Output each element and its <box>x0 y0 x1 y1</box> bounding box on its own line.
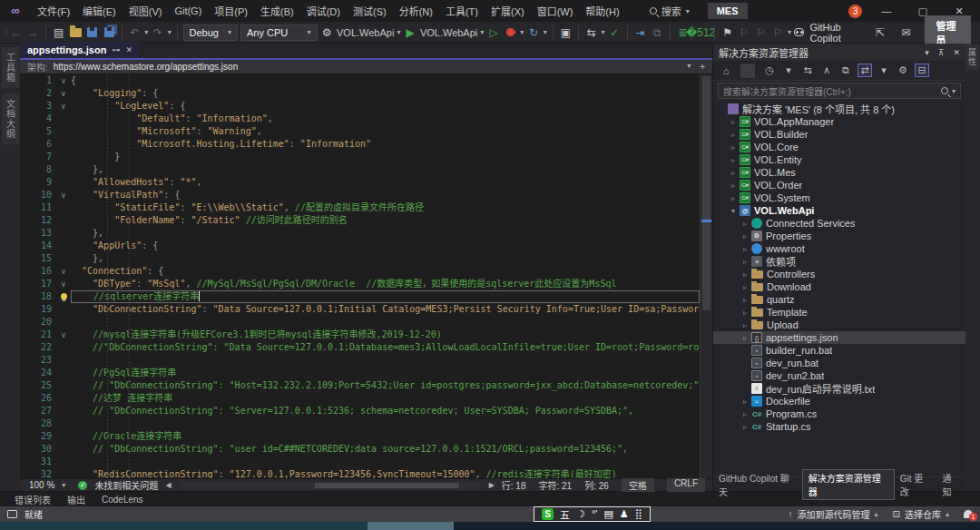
fold-chevron-icon[interactable]: ∨ <box>56 278 71 290</box>
solution-search-input[interactable]: 搜索解决方案资源管理器(Ctrl+;) ▾ <box>718 83 961 99</box>
panel-tab[interactable]: 错误列表 <box>7 492 58 507</box>
tree-item[interactable]: ▹Template <box>713 306 965 319</box>
tree-item[interactable]: ≡dev_run启动异常说明.txt <box>713 382 965 395</box>
expander-collapsed-icon[interactable]: ▹ <box>729 169 738 177</box>
tree-item[interactable]: ▹C#VOL.Entity <box>713 153 965 166</box>
panel-tab[interactable]: GitHub Copilot 聊天 <box>713 470 802 499</box>
tree-item[interactable]: ▹quartz <box>713 293 965 306</box>
run-script2-icon[interactable]: �512 <box>692 25 709 41</box>
refresh-icon[interactable]: ↻ <box>526 25 540 41</box>
code-line[interactable]: 9"AllowedHosts": "*", <box>20 176 700 189</box>
ime-tool-icon[interactable]: ☽ <box>576 508 585 520</box>
code-line[interactable]: 16∨"Connection": { <box>20 265 700 278</box>
code-line[interactable]: 4"Default": "Information", <box>20 113 700 125</box>
find-in-files-icon[interactable]: ▣ <box>559 25 573 41</box>
tree-item[interactable]: ▹⚙Properties <box>713 230 965 242</box>
pin-icon[interactable]: ⊶ <box>112 45 120 54</box>
sync-with-active-document-icon[interactable]: ⇄ <box>858 64 872 77</box>
solution-platform-dropdown[interactable]: Any CPU▾ <box>240 25 318 41</box>
code-line[interactable]: 27// "DbConnectionString": "Server=127.0… <box>20 405 700 417</box>
menu-item[interactable]: Git(G) <box>168 4 208 18</box>
prev-bookmark-icon[interactable]: ⚐ <box>737 25 750 41</box>
expander-collapsed-icon[interactable]: ▹ <box>740 220 750 228</box>
clear-bookmark-icon[interactable]: ⚐ <box>770 25 784 41</box>
tree-item[interactable]: ▹C#Startup.cs <box>713 420 965 433</box>
code-line[interactable]: 8}, <box>20 163 700 176</box>
expander-collapsed-icon[interactable]: ▹ <box>740 270 750 279</box>
side-tab[interactable]: 文档大纲 <box>2 93 19 144</box>
expander-collapsed-icon[interactable]: ▹ <box>740 296 750 304</box>
fold-chevron-icon[interactable]: ∨ <box>56 189 71 201</box>
expander-collapsed-icon[interactable]: ▹ <box>740 309 750 317</box>
tree-item[interactable]: ▹C#VOL.AppManager <box>713 115 965 128</box>
fold-chevron-icon[interactable]: ∨ <box>56 100 71 113</box>
tree-item[interactable]: ▹Connected Services <box>713 217 965 230</box>
code-line[interactable]: 21∨//mysql连接字符串(升级EFCore3.1到时已将mysql连接字符… <box>20 329 700 341</box>
code-line[interactable]: 11"StaticFile": "E:\\Web\\Static", //配置的… <box>20 201 700 214</box>
redo-icon[interactable]: ↷ <box>151 25 164 41</box>
comment-icon[interactable]: ⧉ <box>650 25 663 41</box>
menu-item[interactable]: 生成(B) <box>254 2 300 20</box>
tree-item[interactable]: »dev_run.bat <box>713 357 965 369</box>
code-line[interactable]: 2∨"Logging": { <box>20 87 700 100</box>
save-icon[interactable] <box>85 25 99 41</box>
expander-collapsed-icon[interactable]: ▹ <box>740 398 750 406</box>
new-project-icon[interactable]: ▤ <box>52 25 65 41</box>
startup-project-dropdown[interactable]: VOL.WebApi <box>337 27 394 38</box>
ime-tool-icon[interactable]: ▤ <box>603 508 612 520</box>
ime-logo-icon[interactable]: S <box>542 508 554 520</box>
code-line[interactable]: 23 <box>20 354 700 367</box>
panel-tab[interactable]: 输出 <box>60 492 93 507</box>
ime-tool-icon[interactable]: ⣿ <box>635 508 642 520</box>
code-line[interactable]: 12"FolderName": "/Static" //访问时此路径时的别名 <box>20 214 700 227</box>
tree-item[interactable]: ▹{}appsettings.json <box>713 331 965 344</box>
expander-collapsed-icon[interactable]: ▹ <box>740 334 750 342</box>
side-tab[interactable]: 属性 <box>965 44 979 71</box>
panel-tab[interactable]: CodeLens <box>94 494 151 505</box>
menu-item[interactable]: 视图(V) <box>122 2 169 20</box>
start-debug-icon[interactable]: ▶ <box>403 25 416 41</box>
next-bookmark-icon[interactable]: ⚐ <box>754 25 768 41</box>
search-box[interactable]: 搜索 ▾ <box>644 2 695 20</box>
pin-panel-icon[interactable]: ⊼ <box>938 48 945 57</box>
ime-toolbar[interactable]: S 五 ☽°'▤♟⣿ <box>534 506 651 522</box>
menu-item[interactable]: 扩展(X) <box>485 2 531 20</box>
navigate-forward-icon[interactable]: → <box>26 25 40 41</box>
fold-chevron-icon[interactable]: ∨ <box>56 329 71 341</box>
menu-item[interactable]: 项目(P) <box>208 2 254 20</box>
code-line[interactable]: 20 <box>20 316 700 329</box>
ime-tool-icon[interactable]: ♟ <box>620 508 629 520</box>
collapse-all-icon[interactable]: ∧ <box>819 64 834 76</box>
expander-collapsed-icon[interactable]: ▹ <box>729 182 738 190</box>
fold-chevron-icon[interactable]: ∨ <box>56 74 71 87</box>
expander-collapsed-icon[interactable]: ▹ <box>729 118 738 126</box>
code-line[interactable]: 30// "DbConnectionString": "user id=C##N… <box>20 443 700 456</box>
code-line[interactable]: 13}, <box>20 227 700 240</box>
expander-collapsed-icon[interactable]: ▹ <box>740 321 750 329</box>
code-line[interactable]: 17∨"DBType": "MsSql", //MySql/MsSql/PgSq… <box>20 278 700 290</box>
undo-icon[interactable]: ↶ <box>128 25 142 41</box>
switch-views-icon[interactable]: ⌂ <box>719 65 733 76</box>
tree-item[interactable]: ▹C#VOL.Mes <box>713 166 965 179</box>
navigate-back-icon[interactable]: ← <box>9 25 23 41</box>
github-copilot-button[interactable]: GitHub Copilot <box>794 22 861 44</box>
select-repository-button[interactable]: ⊡选择仓库▴ <box>893 507 949 521</box>
tree-item[interactable]: ▹Download <box>713 280 965 293</box>
add-to-source-control-button[interactable]: ↑添加到源代码管理▴ <box>789 507 878 521</box>
expander-collapsed-icon[interactable]: ▹ <box>740 245 750 253</box>
expander-collapsed-icon[interactable]: ▹ <box>729 156 738 164</box>
tree-item[interactable]: »dev_run2.bat <box>713 369 965 382</box>
code-editor[interactable]: 1∨{2∨"Logging": {3∨"LogLevel": {4"Defaul… <box>20 74 700 478</box>
tab-appsettings-json[interactable]: appsettings.json ⊶ ✕ <box>20 42 140 58</box>
panel-options-icon[interactable]: ▾ <box>925 48 929 57</box>
horizontal-scrollbar[interactable] <box>181 482 480 489</box>
menu-item[interactable]: 文件(F) <box>31 2 76 20</box>
code-line[interactable]: 5"Microsoft": "Warning", <box>20 125 700 138</box>
solution-configuration-dropdown[interactable]: Debug▾ <box>183 25 238 41</box>
expander-collapsed-icon[interactable]: ▹ <box>740 410 750 418</box>
side-tab[interactable]: 工具箱 <box>2 47 19 88</box>
menu-item[interactable]: 测试(S) <box>347 2 393 20</box>
expander-collapsed-icon[interactable]: ▹ <box>729 143 738 152</box>
code-line[interactable]: 6"Microsoft.Hosting.Lifetime": "Informat… <box>20 138 700 151</box>
split-window-icon[interactable]: + <box>700 62 705 72</box>
